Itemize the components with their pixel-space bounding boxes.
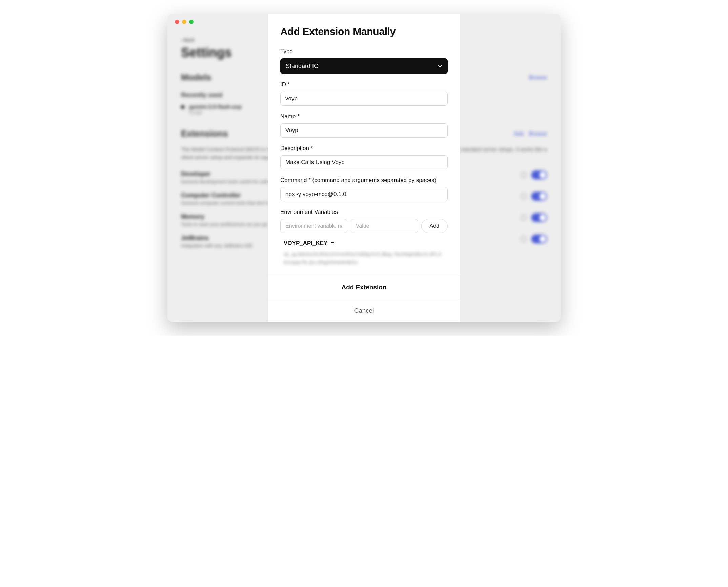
command-label: Command * (command and arguments separat… (280, 177, 448, 184)
name-input[interactable] (280, 123, 448, 138)
modal-footer: Add Extension Cancel (268, 276, 460, 322)
id-label: ID * (280, 81, 448, 88)
cancel-button[interactable]: Cancel (268, 299, 460, 322)
type-select-value: Standard IO (286, 63, 319, 70)
env-vars-label: Environment Variables (280, 209, 448, 216)
id-input[interactable] (280, 92, 448, 106)
env-var-value: sk_ay.9dsGcOLlR3z1hVnInRScCMMpXVCJBay.7l… (284, 250, 448, 266)
modal-overlay: Add Extension Manually Type Standard IO … (167, 14, 561, 322)
name-label: Name * (280, 113, 448, 120)
command-input[interactable] (280, 187, 448, 201)
traffic-lights (175, 20, 194, 24)
app-window: ‹ Back Settings Models Browse Recently u… (167, 14, 561, 322)
env-add-button[interactable]: Add (421, 219, 448, 233)
description-label: Description * (280, 145, 448, 152)
add-extension-modal: Add Extension Manually Type Standard IO … (268, 14, 460, 322)
description-input[interactable] (280, 155, 448, 169)
modal-body: Add Extension Manually Type Standard IO … (268, 14, 460, 276)
add-extension-button[interactable]: Add Extension (268, 276, 460, 299)
chevron-down-icon (438, 64, 442, 68)
maximize-window-button[interactable] (189, 20, 194, 24)
env-var-equals: = (331, 240, 334, 246)
env-var-key: VOYP_API_KEY (284, 240, 327, 246)
type-select[interactable]: Standard IO (280, 58, 448, 74)
env-var-entry: VOYP_API_KEY = sk_ay.9dsGcOLlR3z1hVnInRS… (280, 240, 448, 266)
type-label: Type (280, 48, 448, 55)
env-value-input[interactable] (351, 219, 418, 233)
env-name-input[interactable] (280, 219, 347, 233)
minimize-window-button[interactable] (182, 20, 186, 24)
close-window-button[interactable] (175, 20, 179, 24)
modal-title: Add Extension Manually (280, 26, 448, 37)
